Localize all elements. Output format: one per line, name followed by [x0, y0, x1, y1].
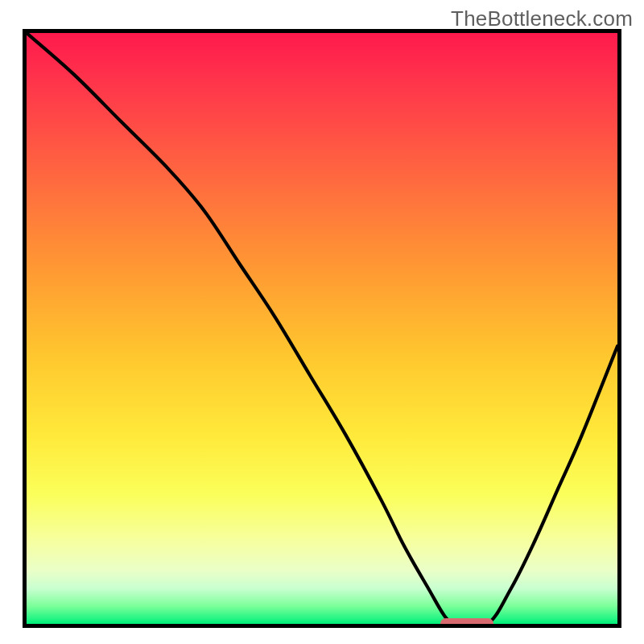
chart-root: TheBottleneck.com: [0, 0, 644, 644]
bottleneck-curve: [27, 33, 617, 624]
optimal-range-marker: [440, 618, 493, 628]
watermark-text: TheBottleneck.com: [451, 6, 633, 31]
plot-frame: [23, 29, 621, 628]
